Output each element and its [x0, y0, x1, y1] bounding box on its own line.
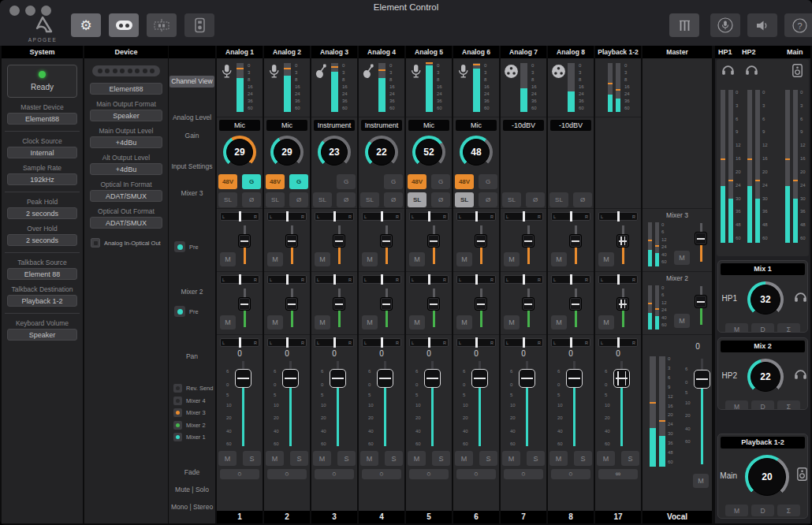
- solo-button[interactable]: S: [290, 451, 308, 466]
- pan-handle[interactable]: [428, 274, 430, 285]
- input-level-select[interactable]: Instrument: [314, 120, 355, 131]
- phase-button[interactable]: Ø: [431, 192, 450, 207]
- pan-handle[interactable]: [617, 274, 620, 285]
- fader-handle[interactable]: [427, 297, 440, 311]
- gain-knob[interactable]: 48: [460, 136, 493, 169]
- meters-view-toolbar-button[interactable]: [109, 13, 139, 37]
- mute-button[interactable]: M: [693, 474, 709, 488]
- solo-button[interactable]: S: [337, 451, 356, 466]
- phase-button[interactable]: Ø: [573, 192, 592, 207]
- fader-handle[interactable]: [694, 370, 710, 389]
- pan-handle[interactable]: [475, 337, 478, 348]
- solo-button[interactable]: S: [574, 451, 592, 466]
- pan-slider[interactable]: LR: [551, 212, 590, 221]
- mono-stereo-button[interactable]: ○: [456, 469, 496, 479]
- send-mute-button[interactable]: M: [267, 252, 283, 266]
- fader-handle[interactable]: [522, 297, 535, 311]
- over-hold-select[interactable]: 2 seconds: [7, 234, 77, 246]
- gain-knob[interactable]: 52: [412, 136, 445, 169]
- fader-handle[interactable]: [333, 234, 345, 248]
- send-mute-button[interactable]: M: [409, 315, 425, 330]
- group-button[interactable]: G: [431, 174, 450, 189]
- input-level-select[interactable]: Mic: [456, 120, 497, 131]
- fader-handle[interactable]: [285, 234, 298, 248]
- pan-slider[interactable]: LR: [409, 338, 449, 347]
- phase-button[interactable]: Ø: [526, 192, 545, 207]
- pan-handle[interactable]: [381, 337, 383, 348]
- send-mute-button[interactable]: M: [551, 252, 567, 266]
- alt-output-level-select[interactable]: +4dBu: [90, 163, 162, 175]
- send-enable-5[interactable]: Mixer 1: [173, 433, 206, 441]
- mix-sum-button[interactable]: Σ: [777, 505, 800, 516]
- speaker-mute-button[interactable]: [747, 13, 777, 37]
- input-level-select[interactable]: Instrument: [361, 120, 402, 131]
- mixer-send-fader[interactable]: [695, 285, 707, 327]
- pan-slider[interactable]: LR: [504, 275, 543, 284]
- phantom-48v-button[interactable]: 48V: [218, 174, 237, 189]
- send-enable-2[interactable]: Mixer 4: [173, 397, 206, 405]
- mixer-send-fader[interactable]: [695, 222, 707, 264]
- pan-slider[interactable]: LR: [267, 212, 307, 221]
- fader-handle[interactable]: [695, 232, 707, 245]
- mix-sum-button[interactable]: Σ: [777, 400, 800, 410]
- mix-dim-button[interactable]: D: [751, 400, 774, 410]
- fader-handle[interactable]: [522, 234, 535, 248]
- input-level-select[interactable]: Mic: [219, 120, 260, 131]
- mono-stereo-button[interactable]: ○: [551, 469, 590, 479]
- pan-slider[interactable]: LR: [551, 338, 590, 347]
- phase-button[interactable]: Ø: [337, 192, 356, 207]
- channel-fader[interactable]: 60510204060: [553, 359, 589, 448]
- mute-button[interactable]: M: [549, 451, 568, 466]
- fader-handle[interactable]: [475, 234, 487, 248]
- talkback-source-select[interactable]: Element 88: [7, 268, 77, 280]
- mix-mute-button[interactable]: M: [725, 400, 748, 410]
- help-button[interactable]: ?: [784, 13, 812, 37]
- channel-fader[interactable]: 60510204060: [411, 359, 447, 448]
- gain-knob[interactable]: 22: [365, 136, 398, 169]
- talkback-button[interactable]: [710, 13, 740, 37]
- solo-button[interactable]: S: [432, 451, 450, 466]
- mixer-send-fader[interactable]: [475, 224, 487, 266]
- clock-source-select[interactable]: Internal: [7, 147, 77, 158]
- send-mute-button[interactable]: M: [362, 315, 378, 330]
- device-name[interactable]: Element88: [90, 83, 162, 95]
- pan-slider[interactable]: LR: [315, 338, 354, 347]
- pan-handle[interactable]: [333, 337, 336, 348]
- talkback-destination-select[interactable]: Playback 1-2: [7, 295, 77, 307]
- settings-toolbar-button[interactable]: ⚙: [71, 13, 101, 37]
- main-output-level-select[interactable]: +4dBu: [90, 136, 162, 148]
- fader-handle[interactable]: [333, 297, 345, 311]
- pan-slider[interactable]: LR: [456, 212, 496, 221]
- pan-slider[interactable]: LR: [504, 212, 543, 221]
- device-toolbar-button[interactable]: [184, 13, 214, 37]
- pan-slider[interactable]: LR: [267, 275, 307, 284]
- mixer-send-fader[interactable]: [427, 287, 440, 330]
- pan-slider[interactable]: LR: [315, 275, 354, 284]
- mix-sum-button[interactable]: Σ: [777, 323, 800, 333]
- send-mute-button[interactable]: M: [409, 252, 425, 266]
- pan-slider[interactable]: LR: [362, 338, 401, 347]
- send-mute-button[interactable]: M: [220, 252, 236, 266]
- pan-handle[interactable]: [381, 274, 383, 285]
- mute-button[interactable]: M: [408, 451, 426, 466]
- mute-button[interactable]: M: [218, 451, 237, 466]
- channel-view-button[interactable]: Channel View: [169, 76, 214, 88]
- send-mute-button[interactable]: M: [674, 314, 690, 328]
- group-button[interactable]: G: [289, 174, 308, 189]
- fader-handle[interactable]: [566, 369, 583, 388]
- fader-handle[interactable]: [695, 295, 707, 308]
- pan-handle[interactable]: [286, 337, 289, 348]
- pan-handle[interactable]: [617, 337, 620, 348]
- stereo-link-button[interactable]: ∞: [598, 469, 638, 479]
- send-mute-button[interactable]: M: [598, 252, 614, 266]
- pan-slider[interactable]: LR: [551, 275, 590, 284]
- main-output-format-select[interactable]: Speaker: [90, 110, 162, 121]
- master-device-select[interactable]: Element88: [7, 113, 77, 125]
- fader-handle[interactable]: [427, 234, 440, 248]
- mixer-send-fader[interactable]: [285, 224, 298, 266]
- solo-button[interactable]: S: [527, 451, 545, 466]
- mono-stereo-button[interactable]: ○: [409, 469, 449, 479]
- phase-button[interactable]: Ø: [242, 192, 261, 207]
- mix-mute-button[interactable]: M: [725, 323, 748, 333]
- pan-slider[interactable]: LR: [315, 212, 354, 221]
